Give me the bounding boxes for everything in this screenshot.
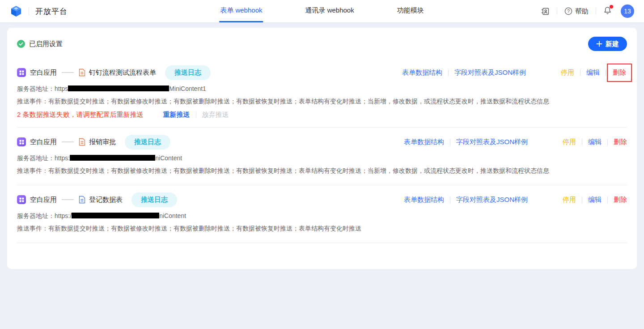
address-book-icon[interactable] — [541, 7, 550, 16]
push-events-line: 推送事件：有新数据提交时推送；有数据被修改时推送；有数据被删除时推送；有数据被恢… — [17, 164, 627, 177]
top-bar: 开放平台 表单 webhook 通讯录 webhook 功能模块 ? 帮助 — [0, 0, 644, 22]
redacted-url — [72, 213, 159, 218]
webhook-item: 空白应用 登记数据表 推送日志 表单数据结构 字段对照表及JSON样例 停用 编… — [17, 185, 627, 243]
push-log-button[interactable]: 推送日志 — [125, 135, 170, 150]
server-address-line: 服务器地址：https:niContent — [17, 152, 627, 164]
form-doc-icon — [79, 138, 85, 146]
form-doc-icon — [79, 196, 85, 204]
notification-dot — [610, 5, 613, 9]
create-new-label: 新建 — [606, 40, 619, 48]
push-events-line: 推送事件：有新数据提交时推送；有数据被修改时推送；有数据被删除时推送；有数据被恢… — [17, 95, 627, 107]
disable-link[interactable]: 停用 — [563, 196, 576, 204]
redacted-url — [70, 155, 155, 161]
tab-function-modules[interactable]: 功能模块 — [396, 0, 425, 22]
question-circle-icon: ? — [564, 7, 572, 15]
item-title-row: 空白应用 报销审批 推送日志 表单数据结构 字段对照表及JSON样例 停用 编辑 — [17, 132, 627, 152]
push-log-button[interactable]: 推送日志 — [131, 192, 177, 207]
delete-annotation-box: 删除 — [607, 64, 632, 82]
item-actions: 表单数据结构 字段对照表及JSON样例 停用 编辑 删除 — [402, 68, 627, 78]
item-ops: 停用 编辑 删除 — [561, 68, 627, 78]
disable-link[interactable]: 停用 — [563, 138, 576, 146]
app-icon — [17, 137, 26, 146]
push-log-button[interactable]: 推送日志 — [165, 65, 211, 80]
topbar-actions: ? 帮助 13 — [541, 4, 634, 18]
delete-link[interactable]: 删除 — [614, 138, 627, 146]
field-mapping-json-link[interactable]: 字段对照表及JSON样例 — [456, 196, 528, 204]
help-button[interactable]: ? 帮助 — [564, 7, 589, 16]
item-actions: 表单数据结构 字段对照表及JSON样例 停用 编辑 删除 — [404, 196, 627, 204]
server-address-line: 服务器地址：https:/niContent — [17, 209, 627, 222]
form-data-structure-link[interactable]: 表单数据结构 — [402, 68, 442, 77]
form-name: 报销审批 — [89, 138, 116, 146]
action-divider — [196, 111, 196, 118]
app-name: 空白应用 — [30, 138, 57, 146]
notification-bell-icon[interactable] — [603, 6, 612, 17]
form-name: 登记数据表 — [89, 196, 123, 204]
avatar[interactable]: 13 — [621, 4, 634, 18]
server-address-suffix: niContent — [155, 154, 182, 162]
action-divider — [450, 197, 450, 203]
abandon-push-link[interactable]: 放弃推送 — [202, 111, 229, 119]
tab-form-webhook[interactable]: 表单 webhook — [219, 0, 263, 22]
create-new-button[interactable]: 新建 — [588, 37, 627, 51]
action-divider — [450, 139, 450, 145]
action-divider — [582, 139, 582, 145]
form-data-structure-link[interactable]: 表单数据结构 — [404, 196, 444, 204]
svg-text:?: ? — [567, 9, 570, 14]
action-divider — [580, 69, 580, 76]
form-name: 钉钉流程测试流程表单 — [89, 68, 156, 77]
field-mapping-json-link[interactable]: 字段对照表及JSON样例 — [456, 138, 528, 146]
disable-link[interactable]: 停用 — [561, 68, 574, 77]
edit-link[interactable]: 编辑 — [586, 68, 600, 77]
app-name: 空白应用 — [30, 196, 57, 204]
server-address-prefix: 服务器地址：https — [17, 85, 68, 92]
help-label: 帮助 — [575, 7, 589, 16]
server-address-suffix: niContent — [159, 212, 186, 219]
edit-link[interactable]: 编辑 — [588, 138, 602, 146]
dash-connector — [62, 141, 74, 142]
check-circle-icon — [17, 40, 25, 48]
plus-icon — [596, 41, 602, 47]
item-ops: 停用 编辑 删除 — [563, 138, 627, 146]
delete-link[interactable]: 删除 — [614, 196, 627, 204]
app-icon — [17, 68, 26, 77]
action-divider — [582, 197, 582, 203]
delete-link[interactable]: 删除 — [613, 68, 626, 76]
item-actions: 表单数据结构 字段对照表及JSON样例 停用 编辑 删除 — [404, 138, 627, 146]
card-header: 已启用设置 新建 — [17, 28, 627, 58]
item-title-row: 空白应用 钉钉流程测试流程表单 推送日志 表单数据结构 字段对照表及JSON样例… — [17, 63, 627, 82]
edit-link[interactable]: 编辑 — [588, 196, 602, 204]
server-address-line: 服务器地址：httpsMiniContent1 — [17, 82, 627, 95]
action-divider — [606, 69, 606, 76]
platform-logo-icon — [10, 5, 22, 17]
form-doc-icon — [79, 68, 85, 77]
form-data-structure-link[interactable]: 表单数据结构 — [404, 138, 444, 146]
server-address-prefix: 服务器地址：https: — [17, 154, 70, 162]
webhook-item: 空白应用 钉钉流程测试流程表单 推送日志 表单数据结构 字段对照表及JSON样例… — [17, 58, 627, 128]
app-name: 空白应用 — [30, 68, 57, 77]
retry-push-link[interactable]: 重新推送 — [163, 111, 190, 119]
action-divider — [448, 69, 449, 76]
push-failure-row: 2 条数据推送失败，请调整配置后重新推送 重新推送 放弃推送 — [17, 111, 627, 119]
server-address-suffix: MiniContent1 — [169, 85, 206, 92]
topbar-divider — [557, 8, 557, 15]
main-tabs: 表单 webhook 通讯录 webhook 功能模块 — [219, 0, 424, 22]
header-divider — [29, 7, 29, 15]
action-divider — [607, 139, 608, 145]
action-divider — [607, 197, 608, 203]
dash-connector — [62, 199, 74, 200]
webhook-item: 空白应用 报销审批 推送日志 表单数据结构 字段对照表及JSON样例 停用 编辑 — [17, 128, 627, 185]
push-events-line: 推送事件：有新数据提交时推送；有数据被修改时推送；有数据被删除时推送；有数据被恢… — [17, 222, 627, 235]
topbar-divider — [596, 8, 596, 15]
server-address-prefix: 服务器地址：https:/ — [17, 212, 72, 219]
webhook-settings-card: 已启用设置 新建 空白应用 — [7, 28, 637, 269]
field-mapping-json-link[interactable]: 字段对照表及JSON样例 — [454, 68, 526, 77]
dash-connector — [62, 72, 74, 73]
status-title: 已启用设置 — [29, 40, 63, 48]
item-ops: 停用 编辑 删除 — [563, 196, 627, 204]
item-title-row: 空白应用 登记数据表 推送日志 表单数据结构 字段对照表及JSON样例 停用 编… — [17, 190, 627, 209]
tab-contacts-webhook[interactable]: 通讯录 webhook — [305, 0, 355, 22]
app-icon — [17, 195, 26, 204]
redacted-url — [68, 85, 169, 91]
enabled-settings-status: 已启用设置 — [17, 40, 63, 48]
